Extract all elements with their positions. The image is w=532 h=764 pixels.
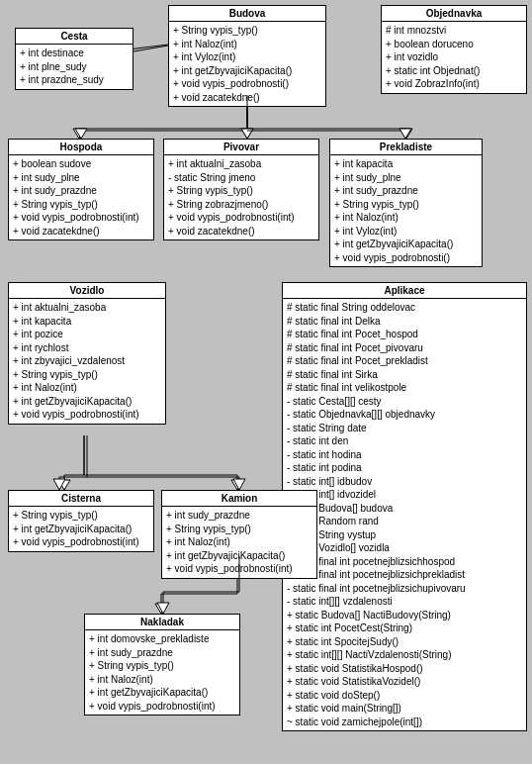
prek-m7: + int getZbyvajiciKapacita(): [334, 238, 478, 251]
budova-m1: + String vypis_typ(): [173, 24, 321, 38]
budova-m4: + int getZbyvajiciKapacita(): [173, 64, 321, 78]
nak-m6: + void vypis_podrobnosti(int): [89, 700, 235, 714]
cesta-m1: + int destinace: [20, 47, 129, 60]
piv-m3: + String vypis_typ(): [168, 184, 314, 198]
cesta-title: Cesta: [16, 29, 133, 45]
vozidlo-box: Vozidlo + int aktualni_zasoba + int kapa…: [8, 282, 166, 425]
aplikace-title: Aplikace: [283, 283, 526, 299]
nak-m4: + int Naloz(int): [89, 673, 235, 687]
piv-m6: + void zacatekdne(): [168, 225, 314, 239]
budova-m6: + void zacatekdne(): [173, 91, 321, 105]
kam-m4: + int getZbyvajiciKapacita(): [166, 549, 312, 563]
app-m13: - static int podina: [287, 461, 522, 475]
pivovar-title: Pivovar: [164, 140, 318, 155]
hosp-m2: + int sudy_plne: [13, 171, 149, 185]
cisterna-title: Cisterna: [9, 491, 153, 507]
app-m29: + static void StatistikaVozidel(): [287, 675, 522, 689]
svg-marker-26: [75, 129, 87, 139]
svg-marker-3: [73, 129, 85, 139]
vozidlo-title: Vozidlo: [9, 283, 165, 299]
budova-m2: + int Naloz(int): [173, 38, 321, 51]
prek-m1: + int kapacita: [334, 157, 478, 171]
hosp-m1: + boolean sudove: [13, 157, 149, 171]
app-m32: ~ static void zamichejpole(int[]): [287, 716, 522, 729]
nak-m1: + int domovske_prekladiste: [89, 632, 235, 646]
prek-m2: + int sudy_plne: [334, 171, 478, 185]
obj-m5: + void ZobrazInfo(int): [386, 77, 522, 91]
app-m18: - static String vystup: [287, 528, 522, 542]
objednavka-box: Objednavka # int mnozstvi + boolean doru…: [381, 5, 527, 94]
cesta-m3: + int prazdne_sudy: [20, 73, 129, 87]
nak-m5: + int getZbyvajiciKapacita(): [89, 686, 235, 700]
kam-m3: + int Naloz(int): [166, 535, 312, 549]
cist-m1: + String vypis_typ(): [13, 509, 149, 523]
aplikace-body: # static final String oddelovac # static…: [283, 299, 526, 730]
svg-marker-9: [400, 129, 412, 139]
app-m24: + static Budova[] NactiBudovy(String): [287, 609, 522, 622]
pivovar-box: Pivovar + int aktualni_zasoba - static S…: [163, 139, 319, 240]
app-m8: - static Cesta[][] cesty: [287, 395, 522, 409]
budova-body: + String vypis_typ() + int Naloz(int) + …: [169, 22, 325, 106]
app-m21: - static final int pocetnejblizsichprekl…: [287, 568, 522, 582]
app-m22: - static final int pocetnejblizsichupivo…: [287, 582, 522, 596]
app-m5: # static final int Pocet_prekladist: [287, 354, 522, 368]
app-m31: + static void main(String[]): [287, 702, 522, 716]
prek-m8: + void vypis_podrobnosti(): [334, 251, 478, 265]
cesta-box: Cesta + int destinace + int plne_sudy + …: [15, 28, 133, 90]
kam-m1: + int sudy_prazdne: [166, 509, 312, 523]
piv-m2: - static String jmeno: [168, 171, 314, 185]
svg-marker-35: [53, 479, 65, 490]
obj-m2: + boolean doruceno: [386, 38, 522, 51]
kamion-title: Kamion: [162, 491, 316, 507]
app-m17: - static Random rand: [287, 515, 522, 528]
app-m14: - static int[] idbudov: [287, 475, 522, 489]
app-m12: - static int hodina: [287, 448, 522, 462]
app-m11: - static int den: [287, 434, 522, 448]
app-m4: # static final int Pocet_pivovaru: [287, 341, 522, 355]
prek-m6: + int Vyloz(int): [334, 225, 478, 239]
prekladiste-box: Prekladiste + int kapacita + int sudy_pl…: [329, 139, 483, 267]
app-m2: # static final int Delka: [287, 315, 522, 329]
nakladak-body: + int domovske_prekladiste + int sudy_pr…: [85, 630, 239, 715]
voz-m3: + int pozice: [13, 328, 161, 341]
cisterna-box: Cisterna + String vypis_typ() + int getZ…: [8, 490, 154, 552]
app-m19: - static Vozidlo[] vozidla: [287, 541, 522, 555]
piv-m5: + void vypis_podrobnosti(int): [168, 211, 314, 225]
piv-m1: + int aktualni_zasoba: [168, 157, 314, 171]
nakladak-box: Nakladak + int domovske_prekladiste + in…: [84, 614, 240, 716]
app-m27: + static int[][] NactiVzdalenosti(String…: [287, 648, 522, 662]
svg-marker-17: [231, 480, 243, 490]
voz-m6: + String vypis_typ(): [13, 368, 161, 382]
obj-m3: + int vozidlo: [386, 50, 522, 64]
svg-marker-13: [58, 480, 70, 490]
obj-m4: + static int Objednat(): [386, 64, 522, 78]
cisterna-body: + String vypis_typ() + int getZbyvajiciK…: [9, 507, 153, 551]
app-m25: + static int PocetCest(String): [287, 621, 522, 635]
budova-m3: + int Vyloz(int): [173, 50, 321, 64]
kam-m2: + String vypis_typ(): [166, 523, 312, 536]
prek-m5: + int Naloz(int): [334, 211, 478, 225]
svg-marker-28: [241, 129, 253, 139]
piv-m4: + String zobrazjmeno(): [168, 198, 314, 212]
vozidlo-body: + int aktualni_zasoba + int kapacita + i…: [9, 299, 165, 424]
voz-m8: + int getZbyvajiciKapacita(): [13, 395, 161, 409]
svg-marker-5: [241, 129, 253, 139]
budova-title: Budova: [169, 6, 325, 22]
hosp-m5: + void vypis_podrobnosti(int): [13, 211, 149, 225]
app-m28: + static void StatistikaHospod(): [287, 662, 522, 676]
voz-m5: + int zbyvajici_vzdalenost: [13, 354, 161, 368]
pivovar-body: + int aktualni_zasoba - static String jm…: [164, 155, 318, 239]
app-m23: - static int[][] vzdalenosti: [287, 595, 522, 609]
uml-diagram: Budova + String vypis_typ() + int Naloz(…: [0, 0, 532, 764]
voz-m9: + void vypis_podrobnosti(int): [13, 408, 161, 422]
obj-m1: # int mnozstvi: [386, 24, 522, 38]
voz-m7: + int Naloz(int): [13, 381, 161, 395]
cesta-body: + int destinace + int plne_sudy + int pr…: [16, 45, 133, 89]
kamion-box: Kamion + int sudy_prazdne + String vypis…: [161, 490, 317, 579]
app-m20: - static final int pocetnejblizsichhospo…: [287, 555, 522, 569]
svg-marker-42: [157, 603, 169, 614]
budova-box: Budova + String vypis_typ() + int Naloz(…: [168, 5, 326, 107]
cist-m3: + void vypis_podrobnosti(int): [13, 535, 149, 549]
objednavka-title: Objednavka: [382, 6, 526, 22]
prek-m3: + int sudy_prazdne: [334, 184, 478, 198]
